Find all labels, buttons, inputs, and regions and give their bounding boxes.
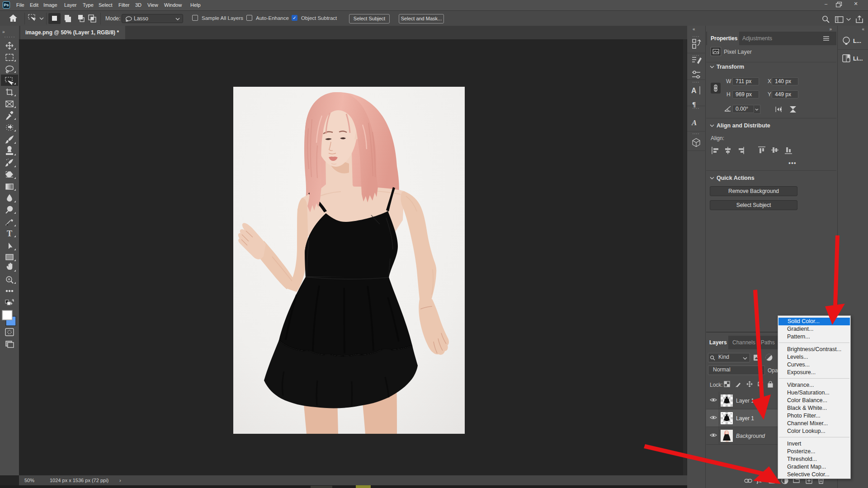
svg-text:¶: ¶ <box>692 101 696 108</box>
svg-text:T: T <box>7 229 12 238</box>
svg-text:A: A <box>691 87 697 94</box>
svg-text:fx: fx <box>757 477 762 484</box>
svg-text:A: A <box>691 118 697 127</box>
